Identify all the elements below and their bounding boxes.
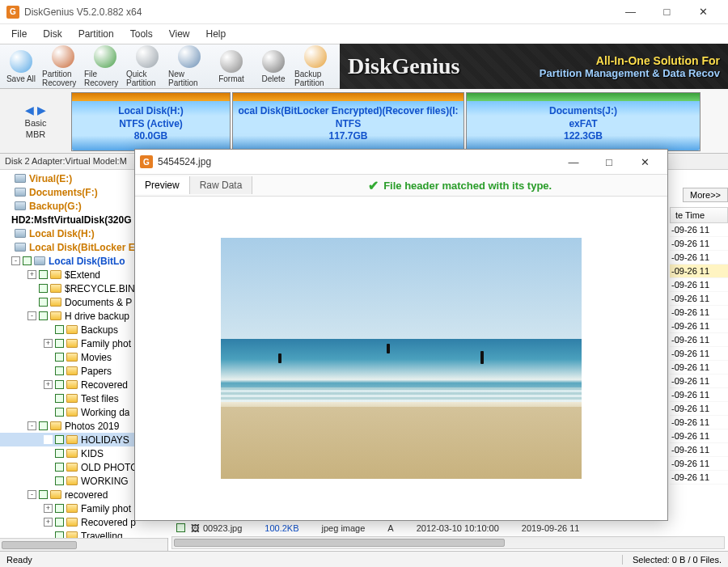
- disk-icon: [15, 188, 26, 197]
- preview-status-msg: ✔ File header matched with its type.: [252, 178, 667, 193]
- expand-icon[interactable]: +: [44, 504, 53, 513]
- disk-icon: [15, 243, 26, 252]
- checkbox-icon[interactable]: [39, 421, 48, 430]
- toolbar-file-recovery[interactable]: File Recovery: [84, 44, 126, 88]
- toolbar-save-all[interactable]: Save All: [0, 44, 42, 88]
- checkbox-icon[interactable]: [55, 394, 64, 403]
- checkbox-icon[interactable]: [55, 408, 64, 417]
- file-date-cell[interactable]: -09-26 11: [670, 319, 728, 333]
- checkbox-icon[interactable]: [23, 256, 32, 265]
- file-date-cell[interactable]: -09-26 11: [670, 429, 728, 443]
- expand-icon[interactable]: +: [28, 270, 36, 279]
- menu-view[interactable]: View: [161, 25, 198, 43]
- file-date-cell[interactable]: -09-26 11: [670, 237, 728, 251]
- file-date-cell[interactable]: -09-26 11: [670, 443, 728, 457]
- file-date-cell[interactable]: -09-26 11: [670, 264, 728, 278]
- file-date-cell[interactable]: -09-26 11: [670, 388, 728, 402]
- preview-window[interactable]: G 5454524.jpg — □ ✕ Preview Raw Data ✔ F…: [134, 149, 668, 521]
- folder-icon: [66, 366, 78, 375]
- tab-raw-data[interactable]: Raw Data: [190, 176, 253, 194]
- checkbox-icon[interactable]: [39, 490, 48, 499]
- menu-disk[interactable]: Disk: [35, 25, 70, 43]
- expand-icon[interactable]: -: [28, 421, 36, 430]
- file-date-cell[interactable]: -09-26 11: [670, 223, 728, 237]
- file-date-cell[interactable]: -09-26 11: [670, 416, 728, 429]
- checkbox-icon[interactable]: [39, 311, 48, 320]
- expand-icon: [44, 366, 53, 375]
- toolbar-partition-recovery[interactable]: Partition Recovery: [42, 44, 84, 88]
- partition-bar[interactable]: Documents(J:)exFAT122.3GB: [466, 92, 700, 151]
- toolbar-format[interactable]: Format: [210, 44, 252, 88]
- toolbar-new-partition[interactable]: New Partition: [168, 44, 210, 88]
- file-date-cell[interactable]: -09-26 11: [670, 374, 728, 388]
- file-date-cell[interactable]: -09-26 11: [670, 333, 728, 347]
- folder-icon: [66, 463, 78, 472]
- expand-icon[interactable]: -: [11, 256, 20, 265]
- expand-icon[interactable]: +: [44, 380, 53, 389]
- nav-arrows[interactable]: ◀ ▶: [25, 104, 46, 116]
- checkbox-icon[interactable]: [55, 476, 64, 485]
- preview-titlebar[interactable]: G 5454524.jpg — □ ✕: [135, 150, 667, 174]
- file-date-cell[interactable]: -09-26 11: [670, 402, 728, 416]
- checkbox-icon[interactable]: [39, 284, 48, 293]
- checkbox-icon[interactable]: [55, 366, 64, 375]
- toolbar-icon: [52, 45, 74, 68]
- file-date-cell[interactable]: -09-26 11: [670, 306, 728, 319]
- column-header-time[interactable]: te Time: [670, 207, 728, 223]
- menu-help[interactable]: Help: [198, 25, 235, 43]
- tree-scrollbar[interactable]: [0, 538, 167, 551]
- expand-icon[interactable]: -: [28, 311, 36, 320]
- expand-icon: [28, 298, 36, 307]
- file-date-cell[interactable]: -09-26 11: [670, 292, 728, 306]
- file-row[interactable]: 🖼 00923.jpg 100.2KB jpeg image A 2012-03…: [176, 521, 720, 535]
- checkbox-icon[interactable]: [55, 531, 64, 538]
- file-date-cell[interactable]: -09-26 11: [670, 278, 728, 292]
- expand-icon: [0, 215, 9, 224]
- checkbox-icon[interactable]: [55, 449, 64, 458]
- checkbox-icon[interactable]: [39, 298, 48, 307]
- checkbox-icon[interactable]: [55, 518, 64, 527]
- status-left: Ready: [6, 555, 32, 565]
- partition-bar[interactable]: ocal Disk(BitLocker Encrypted)(Recover f…: [232, 92, 464, 151]
- checkbox-icon[interactable]: [55, 353, 64, 362]
- file-date-cell[interactable]: -09-26 11: [670, 471, 728, 484]
- folder-icon: [50, 490, 61, 499]
- minimize-button[interactable]: —: [612, 0, 649, 24]
- file-date-cell[interactable]: -09-26 11: [670, 347, 728, 361]
- folder-icon: [66, 518, 78, 527]
- preview-app-icon: G: [140, 155, 153, 168]
- menu-file[interactable]: File: [3, 25, 35, 43]
- close-button[interactable]: ✕: [685, 0, 722, 24]
- file-list-scrollbar[interactable]: [171, 536, 725, 549]
- menu-tools[interactable]: Tools: [122, 25, 161, 43]
- more-button[interactable]: More>>: [683, 188, 728, 202]
- checkbox-icon[interactable]: [55, 504, 64, 513]
- checkbox-icon[interactable]: [39, 270, 48, 279]
- tab-preview[interactable]: Preview: [135, 176, 190, 194]
- expand-icon[interactable]: -: [28, 490, 36, 499]
- menu-partition[interactable]: Partition: [70, 25, 122, 43]
- file-date-cell[interactable]: -09-26 11: [670, 361, 728, 374]
- checkbox-icon[interactable]: [55, 339, 64, 348]
- folder-icon: [66, 408, 78, 417]
- expand-icon[interactable]: +: [44, 518, 53, 527]
- checkbox-icon[interactable]: [176, 523, 185, 532]
- partition-bar[interactable]: Local Disk(H:)NTFS (Active)80.0GB: [71, 92, 231, 151]
- expand-icon[interactable]: +: [44, 339, 53, 348]
- toolbar-delete[interactable]: Delete: [252, 44, 294, 88]
- toolbar-backup-partition[interactable]: Backup Partition: [294, 44, 336, 88]
- preview-minimize-button[interactable]: —: [556, 150, 591, 173]
- checkbox-icon[interactable]: [55, 380, 64, 389]
- checkbox-icon[interactable]: [55, 325, 64, 334]
- maximize-button[interactable]: □: [649, 0, 685, 24]
- file-date-cell[interactable]: -09-26 11: [670, 251, 728, 264]
- expand-icon: [44, 325, 53, 334]
- banner-sub2: Partition Management & Data Recov: [540, 67, 720, 79]
- preview-close-button[interactable]: ✕: [627, 150, 662, 173]
- checkbox-icon[interactable]: [55, 463, 64, 472]
- toolbar-quick-partition[interactable]: Quick Partition: [126, 44, 168, 88]
- preview-maximize-button[interactable]: □: [591, 150, 627, 173]
- checkbox-icon[interactable]: [55, 435, 64, 444]
- tree-item[interactable]: Travelling: [0, 529, 168, 538]
- file-date-cell[interactable]: -09-26 11: [670, 457, 728, 471]
